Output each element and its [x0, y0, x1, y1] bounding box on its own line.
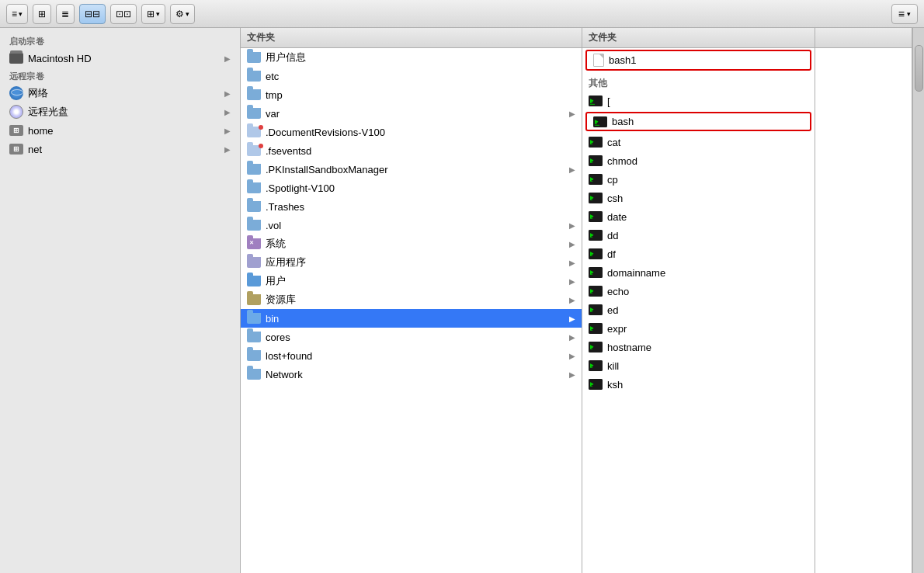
column-view-btn[interactable]: ⊟⊟ — [79, 4, 106, 24]
exec-icon: ▶ ━━ — [593, 116, 607, 127]
arrow-icon: ▶ — [569, 240, 575, 248]
col1-item-cores[interactable]: cores ▶ — [241, 328, 582, 346]
col1-item-etc[interactable]: etc — [241, 67, 582, 85]
list-view-btn[interactable]: ≡▾ — [6, 4, 28, 24]
svg-rect-24 — [589, 304, 603, 315]
exec-icon: ▶ — [589, 267, 603, 278]
sidebar-item-remote-cd[interactable]: 远程光盘 ▶ — [0, 102, 240, 121]
arrow-icon: ▶ — [569, 165, 575, 174]
col2-item-domainname[interactable]: ▶ domainname — [582, 263, 815, 282]
list-view2-btn[interactable]: ≣ — [56, 4, 75, 24]
cd-icon — [9, 105, 23, 119]
col2-item-bracket[interactable]: ▶ ━━ [ — [582, 92, 815, 110]
exec-icon: ▶ — [589, 174, 603, 185]
doc-icon — [593, 54, 604, 67]
arrow-icon: ▶ — [569, 296, 575, 304]
col1-item-lost[interactable]: lost+found ▶ — [241, 346, 582, 365]
col1-item-tmp[interactable]: tmp — [241, 85, 582, 104]
startup-volume-label: 启动宗卷 — [0, 33, 240, 49]
group-btn[interactable]: ⊞▾ — [141, 4, 165, 24]
svg-rect-14 — [589, 211, 603, 222]
col1-item-docrev[interactable]: .DocumentRevisions-V100 — [241, 123, 582, 141]
exec-icon: ▶ — [589, 342, 603, 352]
col2-item-ed[interactable]: ▶ ed — [582, 300, 815, 319]
arrow-icon: ▶ — [569, 109, 575, 118]
svg-rect-20 — [589, 267, 603, 278]
col2-item-bash1[interactable]: bash1 — [585, 50, 811, 71]
col1-header: 文件夹 — [241, 28, 582, 48]
scrollbar[interactable] — [912, 28, 924, 573]
col1-item-xitong[interactable]: ✕ 系统 ▶ — [241, 234, 582, 253]
col1-item-yonghu[interactable]: 用户信息 — [241, 48, 582, 67]
col2-item-cp[interactable]: ▶ cp — [582, 170, 815, 189]
exec-icon: ▶ — [589, 230, 603, 241]
col2-item-kill[interactable]: ▶ kill — [582, 356, 815, 375]
col2-item-expr[interactable]: ▶ expr — [582, 319, 815, 338]
cover-flow-btn[interactable]: ⊡⊡ — [110, 4, 137, 24]
col1-item-spotlight[interactable]: .Spotlight-V100 — [241, 179, 582, 197]
svg-rect-32 — [589, 379, 603, 390]
folder-icon — [247, 164, 261, 175]
col2-item-date[interactable]: ▶ date — [582, 207, 815, 226]
arrow-icon: ▶ — [569, 277, 575, 286]
col1-item-vol[interactable]: .vol ▶ — [241, 216, 582, 234]
svg-text:━━: ━━ — [589, 102, 596, 106]
sidebar: 启动宗卷 Macintosh HD ▶ 远程宗卷 网络 ▶ 远程光盘 ▶ — [0, 28, 241, 573]
folder-icon — [247, 145, 261, 156]
col1-item-pkinstall[interactable]: .PKInstallSandboxManager ▶ — [241, 160, 582, 179]
svg-rect-0 — [589, 96, 603, 106]
sidebar-item-home[interactable]: ⊞ home ▶ — [0, 121, 240, 140]
col1-item-fsevents[interactable]: .fseventsd — [241, 141, 582, 160]
folder-icon — [247, 350, 261, 361]
sidebar-item-macintosh[interactable]: Macintosh HD ▶ — [0, 49, 240, 68]
col2-item-ksh[interactable]: ▶ ksh — [582, 375, 815, 394]
svg-rect-8 — [589, 155, 603, 166]
col1-item-trashes[interactable]: .Trashes — [241, 197, 582, 216]
svg-rect-3 — [593, 116, 607, 127]
exec-icon: ▶ — [589, 193, 603, 203]
svg-rect-12 — [589, 193, 603, 203]
col2-item-csh[interactable]: ▶ csh — [582, 189, 815, 207]
col1-item-yingyong[interactable]: 应用程序 ▶ — [241, 253, 582, 272]
col1-item-var[interactable]: var ▶ — [241, 104, 582, 123]
arrow-icon: ▶ — [569, 370, 575, 379]
col2-item-chmod[interactable]: ▶ chmod — [582, 151, 815, 170]
arrow-icon: ▶ — [224, 89, 231, 98]
scrollbar-thumb[interactable] — [915, 45, 923, 92]
folder-icon — [247, 108, 261, 119]
svg-rect-6 — [589, 137, 603, 148]
svg-rect-26 — [589, 323, 603, 334]
col1-item-bin[interactable]: bin ▶ — [241, 309, 582, 328]
col2-item-cat[interactable]: ▶ cat — [582, 133, 815, 151]
column-1: 文件夹 用户信息 etc tmp var ▶ — [241, 28, 582, 573]
col2-item-bash[interactable]: ▶ ━━ bash — [585, 112, 811, 131]
arrow-icon: ▶ — [569, 314, 575, 323]
col2-section-other: 其他 — [582, 72, 815, 92]
arrow-icon: ▶ — [224, 108, 231, 116]
view-options-btn[interactable]: ≡ ▾ — [891, 4, 918, 24]
folder-icon — [247, 89, 261, 100]
col2-item-echo[interactable]: ▶ echo — [582, 282, 815, 300]
col2-item-hostname[interactable]: ▶ hostname — [582, 338, 815, 356]
action-btn[interactable]: ⚙▾ — [170, 4, 195, 24]
svg-rect-22 — [589, 286, 603, 297]
sidebar-item-network[interactable]: 网络 ▶ — [0, 84, 240, 102]
arrow-icon: ▶ — [224, 54, 231, 63]
col2-item-df[interactable]: ▶ df — [582, 245, 815, 263]
arrow-icon: ▶ — [569, 333, 575, 342]
col1-item-yonghu2[interactable]: 用户 ▶ — [241, 272, 582, 290]
column-2: 文件夹 bash1 其他 ▶ ━━ — [582, 28, 815, 573]
icon-view-btn[interactable]: ⊞ — [33, 4, 51, 24]
nfolder-icon: ⊞ — [9, 142, 23, 156]
sidebar-item-net[interactable]: ⊞ net ▶ — [0, 140, 240, 158]
column-3 — [815, 28, 912, 573]
folder-icon — [247, 369, 261, 380]
col1-body: 用户信息 etc tmp var ▶ .DocumentRevisi — [241, 48, 582, 573]
col1-item-ziyuanku[interactable]: 资源库 ▶ — [241, 290, 582, 309]
columns-area: 文件夹 用户信息 etc tmp var ▶ — [241, 28, 924, 573]
col1-item-network[interactable]: Network ▶ — [241, 365, 582, 384]
col2-header: 文件夹 — [582, 28, 815, 48]
folder-icon — [247, 332, 261, 342]
folder-icon — [247, 127, 261, 137]
col2-item-dd[interactable]: ▶ dd — [582, 226, 815, 245]
